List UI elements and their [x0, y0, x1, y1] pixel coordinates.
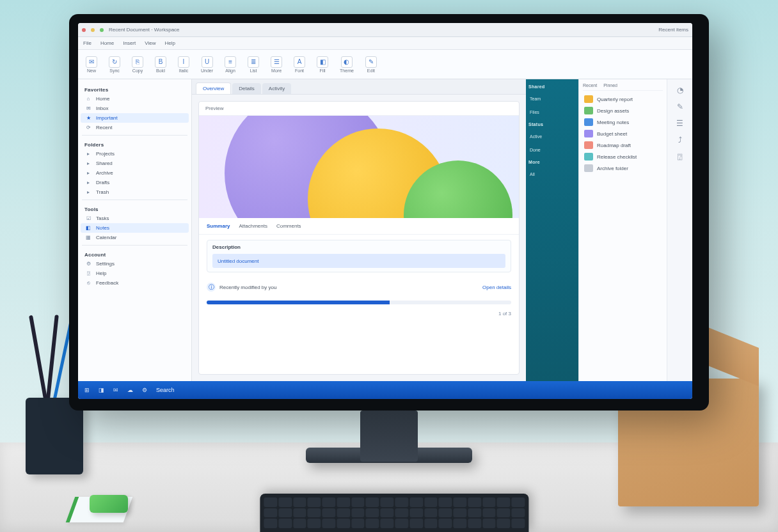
sidebar-label: Projects: [96, 151, 115, 157]
recent-card[interactable]: Budget sheet: [583, 128, 663, 139]
section-header: Account: [81, 248, 189, 259]
screen: Recent Document · Workspace Recent items…: [78, 23, 692, 399]
tool-icon[interactable]: ⤴: [678, 136, 682, 145]
document-card: Preview Summary Attachments Comments Des…: [198, 101, 520, 375]
sidebar-icon: ☑: [84, 215, 92, 221]
keyboard: [260, 494, 528, 532]
divider: [82, 199, 187, 200]
sidebar-item[interactable]: ⌂Home: [81, 94, 189, 104]
rail-item[interactable]: All: [528, 171, 576, 178]
sidebar-item[interactable]: ⍰Help: [81, 269, 189, 278]
card-label: Archive folder: [597, 166, 628, 171]
recent-tab[interactable]: Pinned: [603, 83, 617, 88]
sidebar-icon: ▦: [84, 235, 92, 240]
ribbon-label: Fill: [320, 68, 326, 73]
sidebar-item[interactable]: ▸Shared: [81, 159, 189, 168]
recent-card[interactable]: Archive folder: [583, 162, 663, 174]
ribbon-button[interactable]: ✎Edit: [363, 55, 379, 74]
recent-card[interactable]: Quarterly report: [583, 93, 663, 105]
rail-item[interactable]: Team: [528, 95, 576, 102]
ribbon-button[interactable]: ✉New: [83, 55, 100, 74]
sidebar-item[interactable]: ◧Notes: [81, 223, 189, 233]
sidebar-item[interactable]: ⚙Settings: [81, 259, 189, 269]
ribbon-button[interactable]: UUnder: [198, 55, 216, 74]
menu-item[interactable]: Help: [164, 40, 175, 46]
sidebar-item[interactable]: ▸Trash: [81, 187, 189, 197]
tab-details[interactable]: Details: [232, 83, 260, 94]
ribbon-button[interactable]: ↻Sync: [106, 55, 123, 74]
sidebar-item[interactable]: ▸Projects: [81, 149, 189, 159]
ribbon-label: Sync: [109, 68, 120, 73]
sidebar-item[interactable]: ▦Calendar: [81, 233, 189, 242]
ribbon-button[interactable]: IItalic: [175, 55, 192, 74]
menu-item[interactable]: Home: [100, 40, 114, 46]
color-swatch: [584, 95, 593, 103]
subtab[interactable]: Attachments: [239, 223, 267, 229]
cloud-icon[interactable]: ☁: [127, 387, 133, 393]
sidebar-item[interactable]: ⟳Recent: [81, 123, 189, 132]
ribbon-button[interactable]: ◐Theme: [337, 55, 356, 74]
info-text: Recently modified by you: [219, 285, 276, 290]
menu-item[interactable]: File: [83, 40, 91, 46]
taskbar-label: Search: [156, 387, 175, 393]
sidebar-item[interactable]: ☑Tasks: [81, 214, 189, 223]
ribbon-button[interactable]: ⎘Copy: [129, 55, 146, 74]
recent-card[interactable]: Meeting notes: [583, 116, 663, 128]
recent-panel: Recent Pinned Quarterly reportDesign ass…: [578, 79, 667, 381]
card-label: Design assets: [597, 108, 629, 114]
tab-activity[interactable]: Activity: [262, 83, 291, 94]
close-dot[interactable]: [82, 28, 86, 32]
menu-item[interactable]: Insert: [123, 40, 136, 46]
title-field[interactable]: Untitled document: [212, 254, 505, 268]
ribbon-button[interactable]: AFont: [291, 55, 308, 74]
explorer-icon[interactable]: ◨: [99, 387, 104, 393]
max-dot[interactable]: [100, 28, 104, 32]
ribbon-button[interactable]: ≡Align: [222, 55, 239, 74]
min-dot[interactable]: [91, 28, 95, 32]
ribbon-icon: B: [155, 56, 166, 68]
ribbon-button[interactable]: ☰More: [268, 55, 285, 74]
tool-icon[interactable]: ⍰: [678, 152, 682, 161]
sidebar-item[interactable]: ★Important: [81, 113, 189, 123]
window-title: Recent Document · Workspace: [109, 27, 180, 33]
tool-icon[interactable]: ◔: [677, 86, 683, 95]
sidebar-item[interactable]: ⎋Feedback: [81, 278, 189, 288]
mail-icon[interactable]: ✉: [113, 387, 118, 393]
recent-tab[interactable]: Recent: [583, 83, 597, 88]
sidebar-item[interactable]: ▸Archive: [81, 168, 189, 178]
sidebar-icon: ▸: [84, 160, 92, 166]
ribbon-icon: ✉: [86, 56, 97, 68]
color-swatch: [584, 107, 593, 114]
section-header: Favorites: [81, 83, 189, 94]
sidebar-icon: ✉: [84, 106, 92, 111]
rail-item[interactable]: Files: [528, 109, 576, 116]
color-swatch: [584, 153, 593, 160]
sidebar-label: Trash: [96, 189, 109, 195]
divider: [82, 135, 187, 136]
sidebar-label: Feedback: [96, 280, 118, 286]
ribbon-label: Theme: [340, 68, 354, 73]
recent-card[interactable]: Release checklist: [583, 151, 663, 162]
recent-card[interactable]: Roadmap draft: [583, 139, 663, 151]
menu-item[interactable]: View: [145, 40, 155, 46]
start-icon[interactable]: ⊞: [84, 387, 90, 393]
sidebar-label: Recent: [96, 125, 112, 130]
rail-item[interactable]: Done: [528, 146, 576, 153]
section-header: Tools: [81, 203, 189, 214]
ribbon-label: Copy: [132, 68, 143, 73]
details-link[interactable]: Open details: [482, 285, 511, 290]
recent-card[interactable]: Design assets: [583, 105, 663, 116]
tool-icon[interactable]: ✎: [677, 102, 683, 111]
subtab[interactable]: Comments: [276, 223, 301, 229]
ribbon-icon: ↻: [109, 56, 120, 68]
subtab[interactable]: Summary: [207, 223, 230, 229]
sidebar-item[interactable]: ✉Inbox: [81, 104, 189, 113]
settings-icon[interactable]: ⚙: [142, 387, 147, 393]
tab-overview[interactable]: Overview: [196, 82, 231, 94]
ribbon-button[interactable]: BBold: [152, 55, 169, 74]
ribbon-button[interactable]: ≣List: [245, 55, 262, 74]
rail-item[interactable]: Active: [528, 133, 576, 140]
sidebar-item[interactable]: ▸Drafts: [81, 178, 189, 187]
ribbon-button[interactable]: ◧Fill: [314, 55, 331, 74]
tool-icon[interactable]: ☰: [676, 119, 683, 128]
